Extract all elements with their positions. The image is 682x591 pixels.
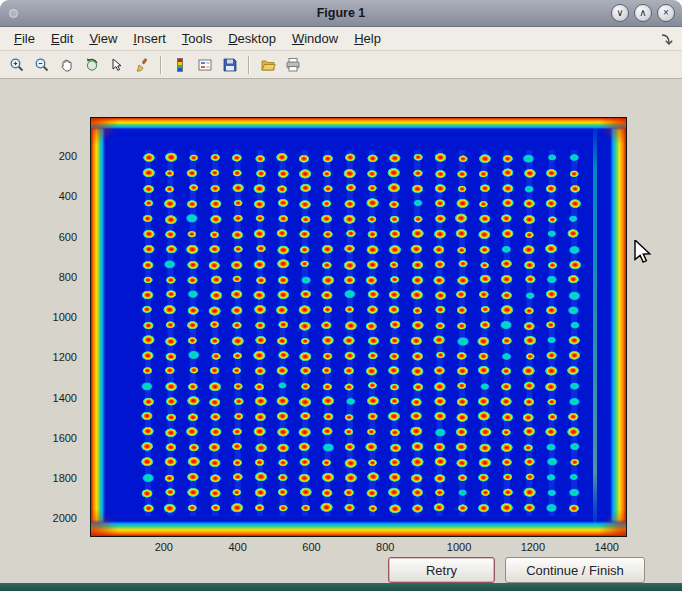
- y-axis-labels: 200400600800100012001400160018002000: [0, 117, 84, 537]
- zoom-out-icon[interactable]: [31, 54, 53, 76]
- menu-item-tools[interactable]: Tools: [174, 28, 220, 49]
- y-tick-label: 1000: [53, 312, 77, 324]
- axes-area: [90, 117, 627, 537]
- title-bar[interactable]: Figure 1 ∨ ∧ ×: [0, 0, 682, 27]
- data-cursor-icon[interactable]: [106, 54, 128, 76]
- menu-item-file[interactable]: File: [6, 28, 43, 49]
- save-icon[interactable]: [219, 54, 241, 76]
- toolbar-separator: [160, 56, 162, 74]
- window-close-button[interactable]: ×: [657, 4, 675, 22]
- figure-canvas-area: 200400600800100012001400160018002000 200…: [0, 79, 682, 583]
- x-axis-labels: 200400600800100012001400: [90, 541, 627, 555]
- x-tick-label: 800: [376, 541, 394, 553]
- menu-item-edit[interactable]: Edit: [43, 28, 81, 49]
- menu-item-view[interactable]: View: [81, 28, 125, 49]
- figure-toolbar: [0, 51, 682, 79]
- legend-icon[interactable]: [194, 54, 216, 76]
- x-tick-label: 1200: [521, 541, 545, 553]
- window-maximize-button[interactable]: ∧: [634, 4, 652, 22]
- bottom-edge-strip: [0, 583, 682, 591]
- toolbar-separator: [248, 56, 250, 74]
- menu-bar-items: FileEditViewInsertToolsDesktopWindowHelp: [6, 27, 389, 50]
- y-tick-label: 1200: [53, 352, 77, 364]
- menu-bar: FileEditViewInsertToolsDesktopWindowHelp: [0, 27, 682, 51]
- y-tick-label: 600: [59, 231, 77, 243]
- pan-icon[interactable]: [56, 54, 78, 76]
- y-tick-label: 1400: [53, 392, 77, 404]
- menu-item-insert[interactable]: Insert: [125, 28, 174, 49]
- undock-arrow-icon[interactable]: [660, 32, 674, 46]
- colorbar-icon[interactable]: [169, 54, 191, 76]
- window-title: Figure 1: [0, 6, 682, 20]
- zoom-in-icon[interactable]: [6, 54, 28, 76]
- brush-icon[interactable]: [131, 54, 153, 76]
- figure-window: Figure 1 ∨ ∧ × FileEditViewInsertToolsDe…: [0, 0, 682, 591]
- menu-item-help[interactable]: Help: [346, 28, 389, 49]
- continue-finish-button[interactable]: Continue / Finish: [505, 557, 645, 583]
- x-tick-label: 200: [155, 541, 173, 553]
- window-controls: ∨ ∧ ×: [611, 4, 675, 22]
- window-shade-button[interactable]: ∨: [611, 4, 629, 22]
- y-tick-label: 1800: [53, 472, 77, 484]
- y-tick-label: 200: [59, 151, 77, 163]
- y-tick-label: 400: [59, 191, 77, 203]
- rotate-3d-icon[interactable]: [81, 54, 103, 76]
- x-tick-label: 400: [228, 541, 246, 553]
- y-tick-label: 800: [59, 271, 77, 283]
- y-tick-label: 2000: [53, 513, 77, 525]
- x-tick-label: 1000: [447, 541, 471, 553]
- x-tick-label: 1400: [594, 541, 618, 553]
- heatmap-canvas[interactable]: [91, 118, 626, 536]
- print-icon[interactable]: [282, 54, 304, 76]
- y-tick-label: 1600: [53, 432, 77, 444]
- retry-button[interactable]: Retry: [388, 557, 495, 583]
- menu-item-window[interactable]: Window: [284, 28, 346, 49]
- open-icon[interactable]: [257, 54, 279, 76]
- mouse-cursor: [633, 240, 653, 264]
- menu-item-desktop[interactable]: Desktop: [220, 28, 284, 49]
- x-tick-label: 600: [302, 541, 320, 553]
